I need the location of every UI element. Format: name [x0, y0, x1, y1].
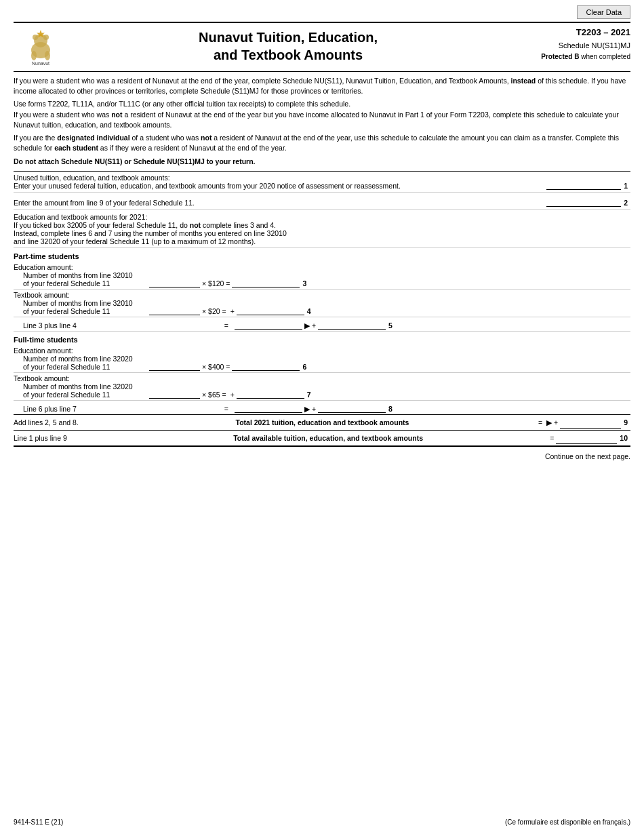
protected-label: Protected B when completed	[508, 52, 630, 62]
form-number: T2203 – 2021	[508, 26, 630, 40]
line-8-number: 8	[386, 405, 395, 413]
form-title: Nunavut Tuition, Education, and Textbook…	[68, 28, 508, 64]
line-4-months-input[interactable]	[149, 304, 200, 315]
form-section: Unused tuition, education, and textbook …	[14, 171, 630, 447]
line-7-row: Number of months from line 32020of your …	[14, 382, 630, 399]
line-4-sublabel: Number of months from line 32010of your …	[14, 299, 149, 315]
line-9-input[interactable]	[560, 416, 621, 429]
line-5-number: 5	[386, 321, 395, 330]
line-2-input[interactable]	[546, 195, 621, 207]
line-10-label-left: Line 1 plus line 9	[14, 434, 108, 442]
part-time-title: Part-time students	[14, 252, 630, 260]
line-7-label: Textbook amount:	[14, 374, 630, 382]
line-2-row: Enter the amount from line 9 of your fed…	[14, 195, 630, 207]
page: Clear Data Nunavut Nunavut Tuition, Educ…	[0, 0, 644, 834]
line-7-result-input[interactable]	[237, 388, 304, 399]
form-code: 9414-S11 E (21)	[14, 818, 63, 826]
line-9-number: 9	[621, 418, 630, 426]
form-footer: 9414-S11 E (21) (Ce formulaire est dispo…	[14, 818, 630, 826]
line-3-result-input[interactable]	[232, 277, 300, 287]
line-6-number: 6	[300, 363, 309, 371]
instruction-para1: If you were a student who was a resident…	[14, 76, 630, 96]
line-6-section: Education amount: Number of months from …	[14, 345, 630, 373]
logo-area: Nunavut	[14, 26, 68, 68]
do-not-attach-notice: Do not attach Schedule NU(S11) or Schedu…	[14, 157, 630, 167]
form-id-area: T2203 – 2021 Schedule NU(S11)MJ Protecte…	[508, 26, 630, 62]
nunavut-logo: Nunavut	[19, 28, 63, 66]
line-3-sublabel: Number of months from line 32010of your …	[14, 271, 149, 287]
line-7-sublabel: Number of months from line 32020of your …	[14, 382, 149, 399]
svg-text:Nunavut: Nunavut	[31, 61, 49, 66]
line-3-row: Number of months from line 32010of your …	[14, 271, 630, 287]
line-1-number: 1	[621, 182, 630, 190]
line-4-result-input[interactable]	[237, 304, 304, 315]
line-6-result-input[interactable]	[232, 360, 300, 371]
line-3-number: 3	[300, 279, 309, 287]
form-title-area: Nunavut Tuition, Education, and Textbook…	[68, 26, 508, 66]
line-2-number: 2	[621, 199, 630, 207]
line-8-result-input[interactable]	[318, 402, 386, 413]
line-6-months-input[interactable]	[149, 360, 200, 371]
line-3-section: Education amount: Number of months from …	[14, 262, 630, 290]
svg-point-5	[45, 51, 50, 60]
line-5-row: Line 3 plus line 4 = ▶ + 5	[14, 317, 630, 332]
line-6-sublabel: Number of months from line 32020of your …	[14, 355, 149, 371]
line-5-label: Line 3 plus line 4	[14, 321, 149, 330]
line-8-row: Line 6 plus line 7 = ▶ + 8	[14, 401, 630, 415]
instructions-section: If you were a student who was a resident…	[14, 76, 630, 167]
line-4-section: Textbook amount: Number of months from l…	[14, 290, 630, 317]
line-4-label: Textbook amount:	[14, 291, 630, 299]
svg-point-4	[31, 51, 37, 60]
line-6-label: Education amount:	[14, 346, 630, 355]
line-10-label-center: Total available tuition, education, and …	[108, 434, 548, 442]
line-1-label: Unused tuition, education, and textbook …	[14, 174, 546, 190]
line-9-label-center: Total 2021 tuition, education and textbo…	[108, 418, 536, 426]
line-8-equals-input[interactable]	[235, 402, 302, 413]
line-9-label-left: Add lines 2, 5 and 8.	[14, 418, 108, 426]
line-7-number: 7	[304, 391, 314, 399]
continue-text: Continue on the next page.	[14, 452, 630, 460]
form-header: Nunavut Nunavut Tuition, Education, and …	[14, 22, 630, 72]
schedule-name: Schedule NU(S11)MJ	[508, 40, 630, 52]
line-7-section: Textbook amount: Number of months from l…	[14, 373, 630, 401]
line-10-input[interactable]	[556, 432, 617, 444]
line-1-input[interactable]	[546, 178, 621, 190]
full-time-title: Full-time students	[14, 336, 630, 344]
line-10-row: Line 1 plus line 9 Total available tuiti…	[14, 431, 630, 447]
line-1-row: Unused tuition, education, and textbook …	[14, 174, 630, 190]
svg-point-3	[43, 35, 49, 40]
line-5-equals-input[interactable]	[235, 319, 302, 330]
french-note: (Ce formulaire est disponible en françai…	[505, 818, 630, 826]
line-4-row: Number of months from line 32010of your …	[14, 299, 630, 315]
education-note: Education and textbook amounts for 2021:…	[14, 213, 630, 248]
instruction-para3: If you are the designated individual of …	[14, 133, 630, 153]
line-2-label: Enter the amount from line 9 of your fed…	[14, 199, 546, 207]
line-8-label: Line 6 plus line 7	[14, 405, 149, 413]
line-9-row: Add lines 2, 5 and 8. Total 2021 tuition…	[14, 415, 630, 431]
line-3-label: Education amount:	[14, 263, 630, 271]
clear-data-button[interactable]: Clear Data	[577, 5, 630, 19]
line-4-number: 4	[304, 307, 314, 315]
line-10-number: 10	[617, 434, 630, 442]
line-5-result-input[interactable]	[318, 319, 386, 330]
instruction-para2: Use forms T2202, TL11A, and/or TL11C (or…	[14, 99, 630, 130]
top-bar: Clear Data	[14, 5, 630, 19]
svg-point-2	[33, 35, 38, 40]
line-6-row: Number of months from line 32020of your …	[14, 355, 630, 371]
line-3-months-input[interactable]	[149, 277, 200, 287]
line-7-months-input[interactable]	[149, 388, 200, 399]
